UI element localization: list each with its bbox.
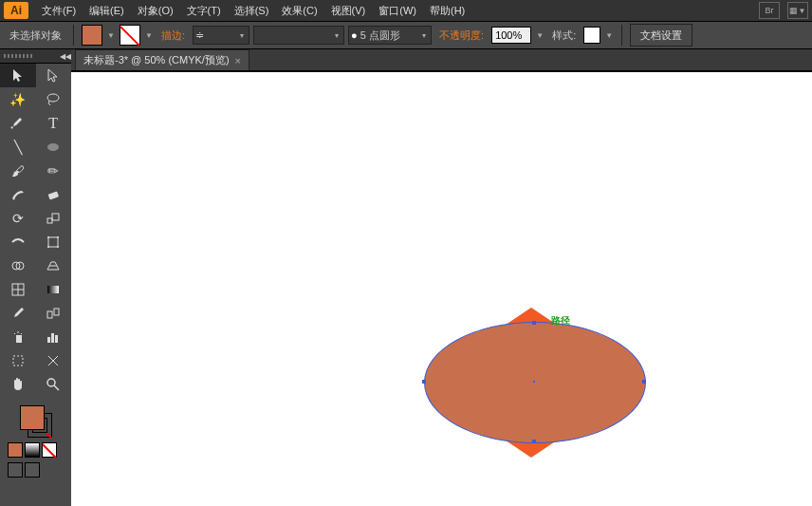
menu-window[interactable]: 窗口(W) [373, 2, 422, 20]
magic-wand-tool[interactable]: ✨ [0, 87, 36, 111]
blend-tool[interactable] [36, 301, 72, 325]
path-label: 路径 [551, 314, 570, 328]
menu-effect[interactable]: 效果(C) [276, 2, 323, 20]
svg-rect-14 [47, 311, 52, 318]
zoom-tool[interactable] [36, 372, 72, 396]
symbol-sprayer-tool[interactable] [0, 325, 36, 348]
svg-rect-5 [48, 237, 58, 247]
free-transform-tool[interactable] [36, 230, 72, 253]
app-logo: Ai [4, 2, 28, 19]
svg-rect-20 [13, 356, 23, 365]
stroke-weight-input[interactable]: ≑▾ [193, 26, 249, 45]
lasso-tool[interactable] [36, 87, 72, 111]
paintbrush-tool[interactable]: 🖌 [0, 159, 36, 182]
eyedropper-tool[interactable] [0, 301, 36, 325]
style-swatch[interactable] [583, 27, 600, 44]
ellipse-shape[interactable] [424, 322, 646, 443]
stroke-profile-dropdown[interactable]: ● 5 点圆形▾ [348, 26, 432, 45]
control-bar: 未选择对象 ▼ ▼ 描边: ≑▾ ▾ ● 5 点圆形▾ 不透明度: 100%▼ … [0, 22, 812, 49]
svg-rect-2 [48, 191, 59, 199]
pen-tool[interactable] [0, 111, 36, 135]
document-tab-bar: 未标题-3* @ 50% (CMYK/预览) × [71, 49, 812, 71]
stroke-swatch[interactable] [120, 25, 140, 46]
svg-point-6 [47, 236, 49, 238]
panel-grip[interactable]: ◀◀ [0, 49, 71, 64]
menu-bar: Ai 文件(F) 编辑(E) 对象(O) 文字(T) 选择(S) 效果(C) 视… [0, 0, 812, 22]
screen-mode-full[interactable] [25, 462, 40, 478]
blob-brush-tool[interactable] [0, 182, 36, 206]
slice-tool[interactable] [36, 348, 72, 372]
svg-point-9 [57, 246, 59, 248]
svg-rect-16 [16, 335, 22, 343]
color-mode-gradient[interactable] [25, 442, 40, 458]
color-mode-none[interactable] [42, 442, 57, 458]
opacity-input[interactable]: 100% [491, 27, 531, 44]
direct-selection-tool[interactable] [36, 64, 72, 87]
color-panel [0, 400, 71, 481]
svg-rect-13 [47, 286, 59, 293]
width-tool[interactable] [0, 230, 36, 253]
ellipse-tool[interactable] [36, 135, 72, 159]
bridge-icon[interactable]: Br [759, 2, 780, 19]
color-mode-solid[interactable] [8, 442, 23, 458]
svg-rect-19 [55, 335, 58, 343]
selection-status: 未选择对象 [9, 28, 62, 43]
ellipse-center-point [533, 381, 535, 383]
line-tool[interactable]: ╲ [0, 135, 36, 159]
svg-rect-17 [47, 337, 50, 343]
svg-rect-4 [52, 214, 59, 220]
document-title: 未标题-3* @ 50% (CMYK/预览) [83, 53, 230, 67]
opacity-dropdown[interactable]: ▼ [535, 31, 544, 40]
menu-select[interactable]: 选择(S) [229, 2, 275, 20]
hand-tool[interactable] [0, 372, 36, 396]
style-label: 样式: [552, 28, 576, 43]
brush-dropdown[interactable]: ▾ [253, 26, 344, 45]
arrange-icon[interactable]: ▦▼ [787, 2, 808, 19]
svg-point-1 [47, 143, 59, 151]
document-setup-button[interactable]: 文档设置 [630, 24, 692, 47]
document-tab[interactable]: 未标题-3* @ 50% (CMYK/预览) × [75, 49, 249, 70]
menu-file[interactable]: 文件(F) [36, 2, 82, 20]
screen-mode-normal[interactable] [8, 462, 23, 478]
svg-rect-3 [47, 218, 52, 223]
document-area: 未标题-3* @ 50% (CMYK/预览) × 路径 [71, 49, 812, 506]
mesh-tool[interactable] [0, 277, 36, 301]
svg-rect-15 [54, 309, 59, 315]
menu-edit[interactable]: 编辑(E) [83, 2, 130, 20]
svg-rect-18 [51, 333, 54, 343]
tools-panel: ◀◀ ✨ T ╲ 🖌 ✏ ⟳ [0, 49, 71, 506]
pencil-tool[interactable]: ✏ [36, 159, 72, 182]
eraser-tool[interactable] [36, 182, 72, 206]
svg-point-8 [47, 246, 49, 248]
menu-object[interactable]: 对象(O) [132, 2, 179, 20]
menu-type[interactable]: 文字(T) [181, 2, 227, 20]
fill-stroke-swatch[interactable] [20, 405, 52, 438]
canvas[interactable]: 路径 [71, 71, 812, 506]
opacity-label: 不透明度: [439, 28, 484, 43]
stroke-label: 描边: [161, 28, 185, 43]
shape-builder-tool[interactable] [0, 253, 36, 277]
style-dropdown[interactable]: ▼ [604, 31, 614, 40]
gradient-tool[interactable] [36, 277, 72, 301]
menu-help[interactable]: 帮助(H) [424, 2, 471, 20]
menu-view[interactable]: 视图(V) [325, 2, 372, 20]
column-graph-tool[interactable] [36, 325, 72, 348]
type-tool[interactable]: T [36, 111, 72, 135]
fill-dropdown[interactable]: ▼ [106, 31, 116, 40]
separator [621, 25, 622, 46]
svg-point-7 [57, 236, 59, 238]
close-tab-icon[interactable]: × [235, 55, 241, 66]
fill-swatch[interactable] [82, 25, 102, 46]
scale-tool[interactable] [36, 206, 72, 230]
stroke-dropdown[interactable]: ▼ [144, 31, 154, 40]
artboard-tool[interactable] [0, 348, 36, 372]
svg-point-21 [47, 379, 55, 386]
separator [73, 25, 74, 46]
perspective-grid-tool[interactable] [36, 253, 72, 277]
svg-point-0 [47, 94, 59, 102]
fill-color[interactable] [20, 405, 45, 430]
rotate-tool[interactable]: ⟳ [0, 206, 36, 230]
selection-tool[interactable] [0, 64, 36, 87]
